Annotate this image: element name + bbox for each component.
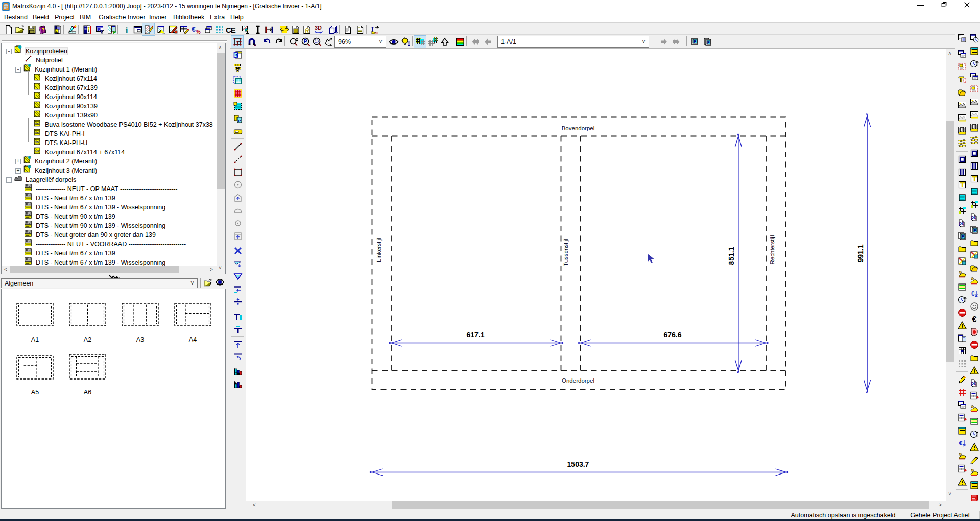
svg-text:Linkerstijl: Linkerstijl (376, 238, 382, 262)
svg-text:Tussenstijl: Tussenstijl (563, 239, 569, 266)
svg-text:3D: 3D (315, 25, 322, 31)
svg-text:P: P (961, 234, 964, 239)
svg-text:CE: CE (226, 25, 236, 34)
svg-text:Bovendorpel: Bovendorpel (562, 125, 595, 131)
svg-text:851.1: 851.1 (727, 247, 735, 265)
svg-text:€: € (192, 25, 196, 33)
svg-text:P: P (113, 29, 116, 34)
svg-text:P: P (238, 118, 241, 123)
svg-text:Rechterstijl: Rechterstijl (769, 235, 775, 265)
svg-text:T: T (235, 116, 237, 121)
svg-text:P: P (694, 39, 697, 44)
svg-text:€: € (959, 440, 962, 447)
svg-text:Onderdorpel: Onderdorpel (562, 377, 594, 384)
svg-text:1503.7: 1503.7 (567, 460, 589, 468)
svg-text:P: P (707, 40, 710, 44)
svg-text:676.6: 676.6 (663, 330, 681, 339)
svg-text:%: % (196, 29, 201, 35)
svg-text:pq: pq (971, 215, 976, 220)
svg-text:€: € (971, 290, 974, 297)
svg-text:991.1: 991.1 (856, 244, 865, 262)
svg-text:T: T (371, 26, 374, 32)
svg-text:P: P (973, 228, 976, 232)
svg-text:617.1: 617.1 (466, 330, 484, 339)
svg-text:pq: pq (959, 221, 964, 226)
svg-text:i: i (125, 25, 128, 35)
svg-text:€: € (972, 315, 976, 324)
svg-text:pq: pq (971, 381, 976, 386)
svg-text:P: P (303, 39, 307, 44)
